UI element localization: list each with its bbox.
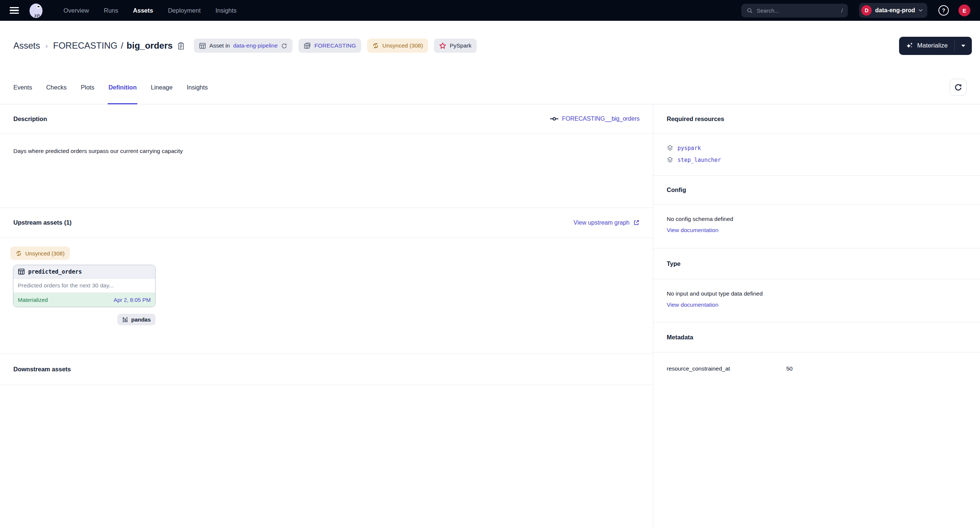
search-box[interactable]: / xyxy=(741,4,848,17)
workspace-name: data-eng-prod xyxy=(875,7,915,14)
breadcrumb-assets-link[interactable]: Assets xyxy=(13,40,40,51)
required-resources-header: Required resources xyxy=(653,104,980,134)
view-upstream-graph-label: View upstream graph xyxy=(574,219,630,226)
breadcrumb-group[interactable]: FORECASTING xyxy=(53,40,117,51)
sync-status-tag[interactable]: Unsynced (308) xyxy=(367,39,428,53)
nav-item-deployment[interactable]: Deployment xyxy=(168,7,200,14)
downstream-empty-area xyxy=(0,385,653,528)
upstream-body: Unsynced (308) predicted_orders Predicte… xyxy=(0,238,653,354)
external-link-icon xyxy=(633,219,640,226)
asset-in-label: Asset in xyxy=(209,42,230,49)
table-icon xyxy=(18,268,25,275)
tab-definition[interactable]: Definition xyxy=(108,70,137,104)
search-input[interactable] xyxy=(757,8,837,14)
definition-content: Description FORECASTING__big_orders Days… xyxy=(0,104,980,528)
tab-lineage[interactable]: Lineage xyxy=(151,70,173,104)
compute-kind-tag[interactable]: PySpark xyxy=(434,39,477,53)
description-title: Description xyxy=(13,116,47,122)
topnav-right: / D data-eng-prod ? E xyxy=(741,3,970,18)
nav-item-runs[interactable]: Runs xyxy=(104,7,118,14)
copy-asset-name-icon[interactable] xyxy=(177,42,185,50)
asset-node-description: Predicted orders for the next 30 day... xyxy=(13,278,155,293)
config-header: Config xyxy=(653,176,980,205)
asset-in-pipeline-tag[interactable]: Asset in data-eng-pipeline xyxy=(194,39,293,53)
tab-insights[interactable]: Insights xyxy=(187,70,208,104)
downstream-title: Downstream assets xyxy=(13,366,71,373)
type-view-documentation-link[interactable]: View documentation xyxy=(667,302,718,308)
sidebar-empty-area xyxy=(653,385,980,528)
avatar[interactable]: E xyxy=(958,5,970,16)
materialized-status: Materialized xyxy=(18,297,48,303)
materialization-timestamp[interactable]: Apr 2, 8:05 PM xyxy=(114,297,151,303)
tab-checks[interactable]: Checks xyxy=(46,70,67,104)
definition-sidebar: Required resources pyspark step_launcher… xyxy=(653,104,980,528)
sparkle-icon xyxy=(906,42,913,50)
materialize-button[interactable]: Materialize xyxy=(899,37,955,55)
job-link[interactable]: FORECASTING__big_orders xyxy=(550,116,640,122)
view-upstream-graph-link[interactable]: View upstream graph xyxy=(574,219,640,226)
asset-node-status-row: Materialized Apr 2, 8:05 PM xyxy=(13,293,155,307)
tab-events[interactable]: Events xyxy=(13,70,32,104)
reload-icon[interactable] xyxy=(281,43,287,49)
help-icon[interactable]: ? xyxy=(939,5,949,16)
asset-tags: Asset in data-eng-pipeline FORECASTING U… xyxy=(194,39,477,53)
hamburger-icon[interactable] xyxy=(10,7,19,14)
type-body: No input and output type data defined Vi… xyxy=(653,279,980,322)
table-icon xyxy=(199,42,206,49)
main-column: Description FORECASTING__big_orders Days… xyxy=(0,104,653,528)
nav-item-insights[interactable]: Insights xyxy=(215,7,237,14)
type-empty-text: No input and output type data defined xyxy=(667,290,967,297)
pipeline-link[interactable]: data-eng-pipeline xyxy=(233,42,278,49)
resource-link-step-launcher[interactable]: step_launcher xyxy=(678,157,721,163)
asset-node-header[interactable]: predicted_orders xyxy=(13,265,155,278)
metadata-header: Metadata xyxy=(653,322,980,352)
asset-node-name: predicted_orders xyxy=(28,269,82,275)
description-section-header: Description FORECASTING__big_orders xyxy=(0,104,653,134)
asset-group-icon xyxy=(304,42,311,49)
nav-item-overview[interactable]: Overview xyxy=(64,7,89,14)
caret-down-icon xyxy=(961,45,966,47)
upstream-title: Upstream assets (1) xyxy=(13,219,72,226)
config-title: Config xyxy=(667,186,686,194)
nav-item-assets[interactable]: Assets xyxy=(133,7,153,14)
tab-plots[interactable]: Plots xyxy=(81,70,94,104)
materialize-label: Materialize xyxy=(917,42,948,49)
metadata-row: resource_constrained_at 50 xyxy=(653,352,980,385)
downstream-section-header: Downstream assets xyxy=(0,354,653,385)
upstream-sync-status-tag[interactable]: Unsynced (308) xyxy=(10,247,70,260)
asset-node-compute-row: pandas xyxy=(10,314,156,325)
group-tag-label: FORECASTING xyxy=(314,42,356,49)
resource-row: pyspark xyxy=(667,143,967,153)
required-resources-body: pyspark step_launcher xyxy=(653,134,980,176)
materialize-dropdown-button[interactable] xyxy=(955,37,972,55)
resource-row: step_launcher xyxy=(667,154,967,165)
top-nav: Overview Runs Assets Deployment Insights… xyxy=(0,0,980,21)
refresh-button[interactable] xyxy=(950,79,967,96)
breadcrumb: Assets › FORECASTING / big_orders xyxy=(13,40,173,51)
config-body: No config schema defined View documentat… xyxy=(653,205,980,248)
description-body: Days where predicted orders surpass our … xyxy=(0,134,653,208)
config-view-documentation-link[interactable]: View documentation xyxy=(667,227,718,234)
pandas-compute-tag[interactable]: pandas xyxy=(117,314,156,325)
resource-link-pyspark[interactable]: pyspark xyxy=(678,145,701,151)
job-icon xyxy=(550,116,558,121)
upstream-section-header: Upstream assets (1) View upstream graph xyxy=(0,208,653,238)
description-text: Days where predicted orders surpass our … xyxy=(13,148,183,154)
type-title: Type xyxy=(667,260,681,267)
asset-tabs: Events Checks Plots Definition Lineage I… xyxy=(0,70,980,104)
metadata-value: 50 xyxy=(786,365,792,372)
search-icon xyxy=(746,8,753,14)
group-tag[interactable]: FORECASTING xyxy=(299,39,361,53)
refresh-icon xyxy=(954,83,962,91)
type-header: Type xyxy=(653,248,980,279)
sync-status-label: Unsynced (308) xyxy=(382,42,423,49)
upstream-asset-node[interactable]: predicted_orders Predicted orders for th… xyxy=(13,265,156,307)
job-link-label: FORECASTING__big_orders xyxy=(562,116,640,122)
resource-icon xyxy=(667,157,673,163)
dagster-logo[interactable] xyxy=(28,2,44,19)
workspace-switcher[interactable]: D data-eng-prod xyxy=(859,3,927,18)
required-resources-title: Required resources xyxy=(667,116,724,122)
chevron-down-icon xyxy=(918,9,923,12)
compute-kind-label: PySpark xyxy=(450,42,471,49)
sync-alert-icon xyxy=(372,42,379,49)
